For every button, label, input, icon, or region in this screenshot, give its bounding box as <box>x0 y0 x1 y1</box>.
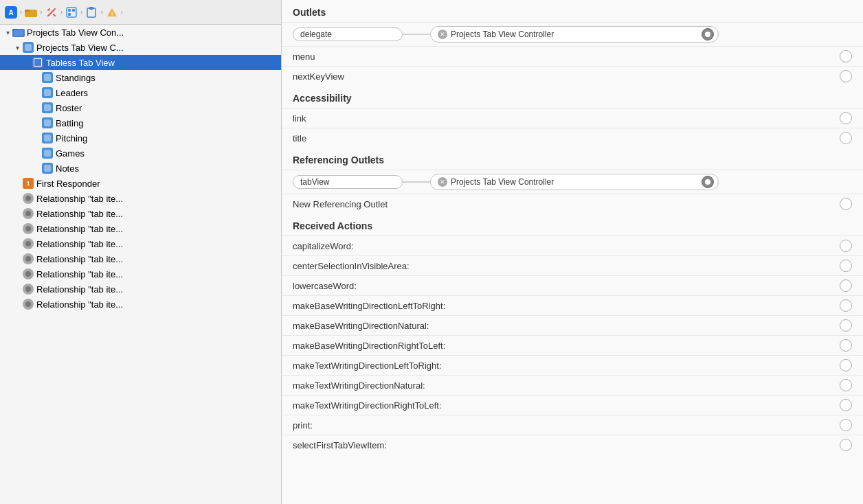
tree-item-rel6[interactable]: Relationship "tab ite... <box>0 266 281 282</box>
icon-pitching <box>41 132 54 144</box>
tree-item-rel5[interactable]: Relationship "tab ite... <box>0 251 281 266</box>
tree-item-tabless-tab-view[interactable]: Tabless Tab View <box>0 55 281 70</box>
tree-item-rel2[interactable]: Relationship "tab ite... <box>0 206 281 221</box>
svg-rect-5 <box>68 9 71 12</box>
icon-first-responder: 1 <box>22 177 34 190</box>
radio-received-1[interactable] <box>840 260 852 272</box>
label-games: Games <box>56 148 85 159</box>
accessibility-label-link: link <box>293 113 306 124</box>
label-rel2: Relationship "tab ite... <box>36 209 123 219</box>
tree-item-projects-tab-c[interactable]: ▾ Projects Tab View C... <box>0 40 281 55</box>
radio-received-4[interactable] <box>840 319 852 332</box>
sep4: › <box>80 8 82 16</box>
tools-icon[interactable] <box>45 5 58 19</box>
icon-rel4 <box>22 238 34 250</box>
received-label-8: makeTextWritingDirectionRightToLeft: <box>293 400 442 411</box>
radio-received-8[interactable] <box>840 399 852 411</box>
clipboard-icon[interactable] <box>85 5 98 19</box>
tree-item-batting[interactable]: Batting <box>0 115 281 130</box>
icon-rel8 <box>22 298 34 310</box>
tree-item-standings[interactable]: Standings <box>0 70 281 85</box>
radio-delegate[interactable] <box>702 28 714 41</box>
storyboard-icon[interactable] <box>65 5 78 19</box>
accessibility-row-link: link <box>282 108 863 128</box>
tree-item-leaders[interactable]: Leaders <box>0 85 281 100</box>
radio-title[interactable] <box>840 132 852 144</box>
tree-item-rel3[interactable]: Relationship "tab ite... <box>0 221 281 236</box>
radio-received-10[interactable] <box>840 439 852 451</box>
sep3: › <box>60 8 63 16</box>
radio-received-6[interactable] <box>840 359 852 371</box>
accessibility-row-title: title <box>282 128 863 148</box>
received-label-10: selectFirstTabViewItem: <box>293 440 387 450</box>
outlet-target-delegate[interactable]: ✕ Projects Tab View Controller <box>430 26 719 43</box>
ref-target-tabview[interactable]: ✕ Projects Tab View Controller <box>430 174 719 190</box>
tree-item-rel8[interactable]: Relationship "tab ite... <box>0 297 281 312</box>
received-label-4: makeBaseWritingDirectionNatural: <box>293 321 429 331</box>
tree-item-games[interactable]: Games <box>0 146 281 161</box>
radio-nextkeyview[interactable] <box>840 70 852 82</box>
outlet-pill-delegate[interactable]: delegate <box>293 27 403 41</box>
tree-item-projects-tab-con[interactable]: ▾ Projects Tab View Con... <box>0 25 281 40</box>
received-row-0: capitalizeWord: <box>282 236 863 255</box>
icon-standings <box>41 71 54 84</box>
received-row-8: makeTextWritingDirectionRightToLeft: <box>282 395 863 415</box>
svg-text:A: A <box>8 9 13 16</box>
radio-received-0[interactable] <box>840 240 852 252</box>
icon-leaders <box>41 87 54 99</box>
radio-link[interactable] <box>840 112 852 124</box>
radio-new-ref[interactable] <box>840 198 852 210</box>
label-pitching: Pitching <box>56 133 87 144</box>
icon-tabless-tab-view <box>32 56 44 69</box>
close-icon-delegate[interactable]: ✕ <box>438 30 447 39</box>
svg-rect-6 <box>72 9 75 12</box>
radio-tabview[interactable] <box>702 176 714 188</box>
tree-item-rel1[interactable]: Relationship "tab ite... <box>0 191 281 206</box>
warning-icon[interactable]: ! <box>105 5 119 19</box>
radio-received-9[interactable] <box>840 419 852 431</box>
svg-rect-7 <box>68 13 71 16</box>
ref-pill-tabview[interactable]: tabView <box>293 175 403 189</box>
tree-item-roster[interactable]: Roster <box>0 100 281 115</box>
tree-item-notes[interactable]: Notes <box>0 161 281 176</box>
label-projects-tab-c: Projects Tab View C... <box>36 43 124 53</box>
app-store-icon[interactable]: A <box>4 5 18 19</box>
received-actions-header: Received Actions <box>282 214 863 236</box>
svg-rect-9 <box>89 7 93 10</box>
svg-text:!: ! <box>111 10 113 16</box>
received-label-5: makeBaseWritingDirectionRightToLeft: <box>293 341 445 351</box>
label-notes: Notes <box>56 163 79 174</box>
label-projects-tab-con: Projects Tab View Con... <box>27 27 124 38</box>
svg-rect-14 <box>14 30 23 36</box>
breadcrumb-bar: A › › › › ‹ ! › <box>0 0 281 25</box>
label-rel1: Relationship "tab ite... <box>36 194 123 204</box>
icon-projects-tab-c <box>22 41 34 54</box>
chevron-projects-tab-c[interactable]: ▾ <box>12 44 22 51</box>
icon-roster <box>41 102 54 114</box>
tree-container: ▾ Projects Tab View Con... ▾ Projects Ta… <box>0 25 281 312</box>
radio-received-5[interactable] <box>840 339 852 352</box>
label-rel6: Relationship "tab ite... <box>36 269 123 279</box>
radio-received-7[interactable] <box>840 379 852 391</box>
ref-row-new: New Referencing Outlet <box>282 194 863 214</box>
radio-menu[interactable] <box>840 50 852 62</box>
icon-rel7 <box>22 283 34 295</box>
tree-item-rel4[interactable]: Relationship "tab ite... <box>0 236 281 251</box>
received-label-2: lowercaseWord: <box>293 281 357 291</box>
folder-icon[interactable] <box>24 5 38 19</box>
radio-received-3[interactable] <box>840 299 852 312</box>
accessibility-label-title: title <box>293 133 306 144</box>
icon-rel3 <box>22 222 34 235</box>
ref-label-tabview: tabView <box>300 177 329 187</box>
received-label-3: makeBaseWritingDirectionLeftToRight: <box>293 301 445 311</box>
received-row-1: centerSelectionInVisibleArea: <box>282 255 863 275</box>
chevron-projects-tab-con[interactable]: ▾ <box>3 29 12 36</box>
tree-item-first-responder[interactable]: 1 First Responder <box>0 176 281 191</box>
close-icon-tabview[interactable]: ✕ <box>438 177 447 187</box>
tree-item-rel7[interactable]: Relationship "tab ite... <box>0 282 281 297</box>
ref-label-new: New Referencing Outlet <box>293 199 388 209</box>
tree-item-pitching[interactable]: Pitching <box>0 130 281 146</box>
received-row-4: makeBaseWritingDirectionNatural: <box>282 315 863 335</box>
radio-received-2[interactable] <box>840 279 852 292</box>
svg-rect-4 <box>67 8 76 17</box>
